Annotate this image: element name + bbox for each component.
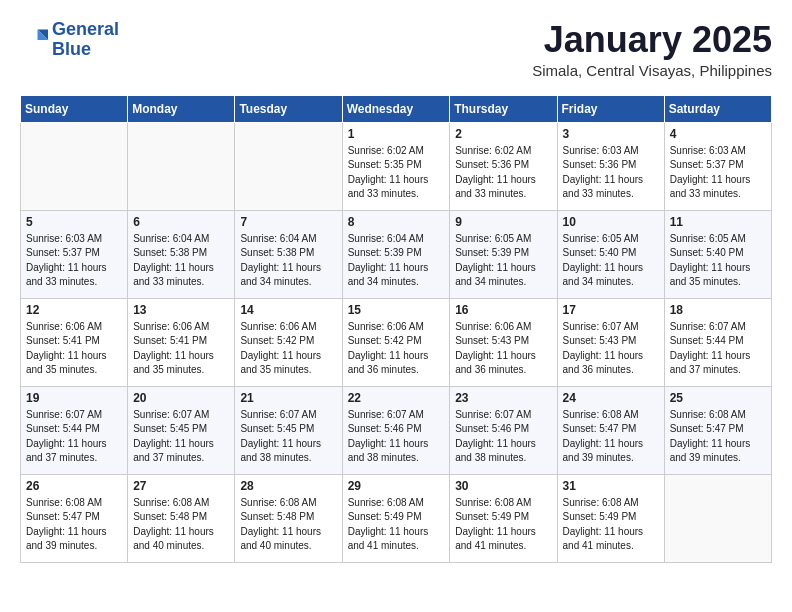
- cell-info: Sunrise: 6:07 AM Sunset: 5:45 PM Dayligh…: [133, 408, 229, 466]
- day-number: 24: [563, 391, 659, 405]
- cell-info: Sunrise: 6:08 AM Sunset: 5:47 PM Dayligh…: [563, 408, 659, 466]
- weekday-sunday: Sunday: [21, 95, 128, 122]
- week-row-1: 1Sunrise: 6:02 AM Sunset: 5:35 PM Daylig…: [21, 122, 772, 210]
- calendar-cell: 19Sunrise: 6:07 AM Sunset: 5:44 PM Dayli…: [21, 386, 128, 474]
- week-row-4: 19Sunrise: 6:07 AM Sunset: 5:44 PM Dayli…: [21, 386, 772, 474]
- cell-info: Sunrise: 6:08 AM Sunset: 5:47 PM Dayligh…: [26, 496, 122, 554]
- cell-info: Sunrise: 6:07 AM Sunset: 5:46 PM Dayligh…: [348, 408, 445, 466]
- calendar-cell: 11Sunrise: 6:05 AM Sunset: 5:40 PM Dayli…: [664, 210, 771, 298]
- day-number: 29: [348, 479, 445, 493]
- day-number: 21: [240, 391, 336, 405]
- location: Simala, Central Visayas, Philippines: [532, 62, 772, 79]
- cell-info: Sunrise: 6:06 AM Sunset: 5:41 PM Dayligh…: [26, 320, 122, 378]
- day-number: 5: [26, 215, 122, 229]
- cell-info: Sunrise: 6:05 AM Sunset: 5:40 PM Dayligh…: [670, 232, 766, 290]
- weekday-tuesday: Tuesday: [235, 95, 342, 122]
- cell-info: Sunrise: 6:04 AM Sunset: 5:38 PM Dayligh…: [240, 232, 336, 290]
- day-number: 13: [133, 303, 229, 317]
- calendar-cell: [664, 474, 771, 562]
- calendar-cell: [21, 122, 128, 210]
- cell-info: Sunrise: 6:07 AM Sunset: 5:45 PM Dayligh…: [240, 408, 336, 466]
- title-block: January 2025 Simala, Central Visayas, Ph…: [532, 20, 772, 79]
- calendar-body: 1Sunrise: 6:02 AM Sunset: 5:35 PM Daylig…: [21, 122, 772, 562]
- day-number: 25: [670, 391, 766, 405]
- calendar-cell: 1Sunrise: 6:02 AM Sunset: 5:35 PM Daylig…: [342, 122, 450, 210]
- cell-info: Sunrise: 6:03 AM Sunset: 5:37 PM Dayligh…: [670, 144, 766, 202]
- calendar-cell: 26Sunrise: 6:08 AM Sunset: 5:47 PM Dayli…: [21, 474, 128, 562]
- day-number: 12: [26, 303, 122, 317]
- calendar-table: SundayMondayTuesdayWednesdayThursdayFrid…: [20, 95, 772, 563]
- logo-line1: General: [52, 19, 119, 39]
- cell-info: Sunrise: 6:03 AM Sunset: 5:37 PM Dayligh…: [26, 232, 122, 290]
- cell-info: Sunrise: 6:04 AM Sunset: 5:38 PM Dayligh…: [133, 232, 229, 290]
- week-row-2: 5Sunrise: 6:03 AM Sunset: 5:37 PM Daylig…: [21, 210, 772, 298]
- day-number: 26: [26, 479, 122, 493]
- calendar-cell: 6Sunrise: 6:04 AM Sunset: 5:38 PM Daylig…: [128, 210, 235, 298]
- calendar-cell: 24Sunrise: 6:08 AM Sunset: 5:47 PM Dayli…: [557, 386, 664, 474]
- calendar-cell: 12Sunrise: 6:06 AM Sunset: 5:41 PM Dayli…: [21, 298, 128, 386]
- day-number: 17: [563, 303, 659, 317]
- day-number: 3: [563, 127, 659, 141]
- logo-icon: [20, 26, 48, 54]
- weekday-header-row: SundayMondayTuesdayWednesdayThursdayFrid…: [21, 95, 772, 122]
- cell-info: Sunrise: 6:08 AM Sunset: 5:48 PM Dayligh…: [240, 496, 336, 554]
- weekday-monday: Monday: [128, 95, 235, 122]
- day-number: 7: [240, 215, 336, 229]
- calendar-cell: [235, 122, 342, 210]
- calendar-cell: 18Sunrise: 6:07 AM Sunset: 5:44 PM Dayli…: [664, 298, 771, 386]
- calendar-cell: 30Sunrise: 6:08 AM Sunset: 5:49 PM Dayli…: [450, 474, 557, 562]
- cell-info: Sunrise: 6:08 AM Sunset: 5:49 PM Dayligh…: [563, 496, 659, 554]
- weekday-friday: Friday: [557, 95, 664, 122]
- day-number: 16: [455, 303, 551, 317]
- calendar-cell: 14Sunrise: 6:06 AM Sunset: 5:42 PM Dayli…: [235, 298, 342, 386]
- day-number: 14: [240, 303, 336, 317]
- calendar-cell: 22Sunrise: 6:07 AM Sunset: 5:46 PM Dayli…: [342, 386, 450, 474]
- day-number: 19: [26, 391, 122, 405]
- calendar-cell: 28Sunrise: 6:08 AM Sunset: 5:48 PM Dayli…: [235, 474, 342, 562]
- day-number: 31: [563, 479, 659, 493]
- day-number: 10: [563, 215, 659, 229]
- day-number: 8: [348, 215, 445, 229]
- logo-text: General Blue: [52, 20, 119, 60]
- cell-info: Sunrise: 6:08 AM Sunset: 5:47 PM Dayligh…: [670, 408, 766, 466]
- cell-info: Sunrise: 6:05 AM Sunset: 5:39 PM Dayligh…: [455, 232, 551, 290]
- cell-info: Sunrise: 6:05 AM Sunset: 5:40 PM Dayligh…: [563, 232, 659, 290]
- calendar-cell: [128, 122, 235, 210]
- weekday-wednesday: Wednesday: [342, 95, 450, 122]
- day-number: 6: [133, 215, 229, 229]
- month-title: January 2025: [532, 20, 772, 60]
- cell-info: Sunrise: 6:07 AM Sunset: 5:46 PM Dayligh…: [455, 408, 551, 466]
- cell-info: Sunrise: 6:06 AM Sunset: 5:42 PM Dayligh…: [348, 320, 445, 378]
- day-number: 27: [133, 479, 229, 493]
- day-number: 2: [455, 127, 551, 141]
- calendar-cell: 21Sunrise: 6:07 AM Sunset: 5:45 PM Dayli…: [235, 386, 342, 474]
- cell-info: Sunrise: 6:04 AM Sunset: 5:39 PM Dayligh…: [348, 232, 445, 290]
- cell-info: Sunrise: 6:02 AM Sunset: 5:36 PM Dayligh…: [455, 144, 551, 202]
- cell-info: Sunrise: 6:06 AM Sunset: 5:43 PM Dayligh…: [455, 320, 551, 378]
- calendar-cell: 8Sunrise: 6:04 AM Sunset: 5:39 PM Daylig…: [342, 210, 450, 298]
- weekday-saturday: Saturday: [664, 95, 771, 122]
- page-header: General Blue January 2025 Simala, Centra…: [20, 20, 772, 79]
- week-row-5: 26Sunrise: 6:08 AM Sunset: 5:47 PM Dayli…: [21, 474, 772, 562]
- cell-info: Sunrise: 6:02 AM Sunset: 5:35 PM Dayligh…: [348, 144, 445, 202]
- day-number: 20: [133, 391, 229, 405]
- cell-info: Sunrise: 6:07 AM Sunset: 5:44 PM Dayligh…: [670, 320, 766, 378]
- calendar-cell: 23Sunrise: 6:07 AM Sunset: 5:46 PM Dayli…: [450, 386, 557, 474]
- day-number: 23: [455, 391, 551, 405]
- day-number: 28: [240, 479, 336, 493]
- calendar-cell: 31Sunrise: 6:08 AM Sunset: 5:49 PM Dayli…: [557, 474, 664, 562]
- calendar-cell: 2Sunrise: 6:02 AM Sunset: 5:36 PM Daylig…: [450, 122, 557, 210]
- cell-info: Sunrise: 6:06 AM Sunset: 5:41 PM Dayligh…: [133, 320, 229, 378]
- cell-info: Sunrise: 6:06 AM Sunset: 5:42 PM Dayligh…: [240, 320, 336, 378]
- cell-info: Sunrise: 6:08 AM Sunset: 5:48 PM Dayligh…: [133, 496, 229, 554]
- logo: General Blue: [20, 20, 119, 60]
- calendar-cell: 10Sunrise: 6:05 AM Sunset: 5:40 PM Dayli…: [557, 210, 664, 298]
- cell-info: Sunrise: 6:08 AM Sunset: 5:49 PM Dayligh…: [348, 496, 445, 554]
- calendar-cell: 7Sunrise: 6:04 AM Sunset: 5:38 PM Daylig…: [235, 210, 342, 298]
- calendar-cell: 15Sunrise: 6:06 AM Sunset: 5:42 PM Dayli…: [342, 298, 450, 386]
- logo-line2: Blue: [52, 39, 91, 59]
- day-number: 18: [670, 303, 766, 317]
- calendar-cell: 3Sunrise: 6:03 AM Sunset: 5:36 PM Daylig…: [557, 122, 664, 210]
- calendar-cell: 17Sunrise: 6:07 AM Sunset: 5:43 PM Dayli…: [557, 298, 664, 386]
- cell-info: Sunrise: 6:07 AM Sunset: 5:44 PM Dayligh…: [26, 408, 122, 466]
